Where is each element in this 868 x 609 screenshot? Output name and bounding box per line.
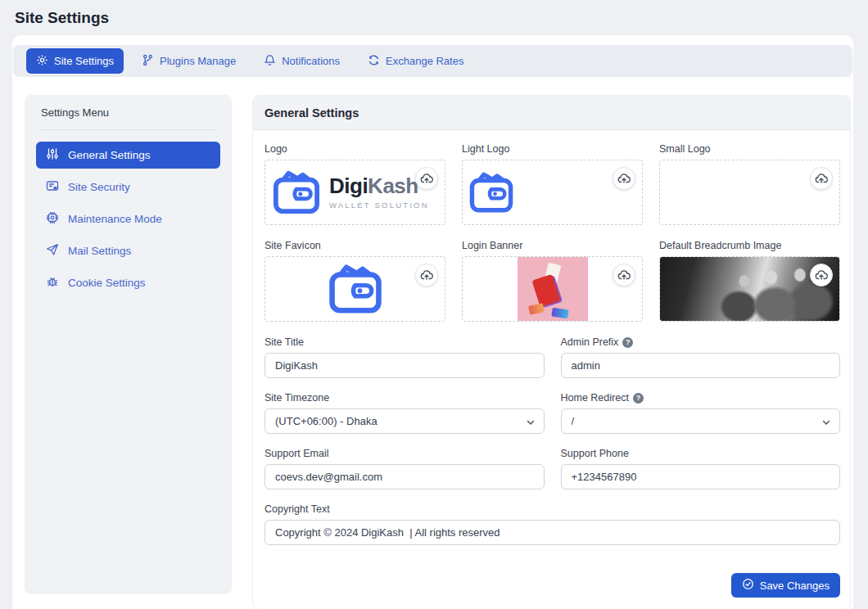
- bug-icon: [46, 275, 59, 291]
- card-header: General Settings: [253, 96, 850, 130]
- field-label: Site Title: [264, 336, 304, 348]
- chip-icon: [46, 211, 59, 227]
- sliders-icon: [46, 147, 59, 163]
- small-logo-upload-box[interactable]: [659, 160, 840, 225]
- sidebar-item-site-security[interactable]: Site Security: [36, 174, 220, 201]
- upload-group-logo: Logo DigiKash WALLET SOLUTION: [264, 143, 445, 225]
- save-row: Save Changes: [264, 573, 840, 598]
- field-label: Light Logo: [462, 143, 643, 155]
- upload-row-1: Logo DigiKash WALLET SOLUTION: [264, 143, 840, 225]
- settings-menu-sidebar: Settings Menu General Settings Site Secu…: [25, 95, 232, 594]
- security-list-icon: [46, 179, 59, 195]
- sidebar-item-label: Maintenance Mode: [68, 213, 162, 225]
- favicon-upload-box[interactable]: [264, 256, 445, 322]
- sidebar-item-general-settings[interactable]: General Settings: [36, 142, 220, 169]
- sidebar-item-mail-settings[interactable]: Mail Settings: [36, 237, 220, 264]
- home-redirect-select[interactable]: [561, 408, 841, 434]
- admin-prefix-input[interactable]: [561, 353, 841, 378]
- help-icon[interactable]: ?: [633, 393, 644, 404]
- upload-cloud-icon[interactable]: [613, 264, 635, 286]
- tab-label: Plugins Manage: [160, 55, 236, 67]
- field-label: Home Redirect: [561, 392, 629, 404]
- field-label: Support Phone: [561, 448, 629, 459]
- sidebar-item-label: General Settings: [68, 149, 151, 161]
- card-title: General Settings: [264, 106, 359, 120]
- upload-cloud-icon[interactable]: [415, 264, 438, 286]
- upload-cloud-icon[interactable]: [415, 167, 438, 190]
- upload-group-small-logo: Small Logo: [659, 143, 840, 225]
- site-title-input[interactable]: [264, 353, 545, 378]
- upload-group-favicon: Site Favicon: [264, 240, 445, 322]
- field-copyright-text: Copyright Text: [264, 503, 840, 545]
- tab-plugins-manage[interactable]: Plugins Manage: [132, 48, 246, 74]
- field-label: Admin Prefix: [561, 336, 619, 348]
- git-branch-icon: [142, 54, 154, 69]
- field-support-email: Support Email: [264, 448, 545, 489]
- breadcrumb-image-upload-box[interactable]: [659, 256, 840, 322]
- support-email-input[interactable]: [264, 464, 545, 489]
- field-label: Small Logo: [659, 143, 840, 155]
- brand-part2: Kash: [368, 174, 418, 198]
- field-label: Site Timezone: [264, 392, 329, 404]
- upload-cloud-icon[interactable]: [613, 167, 635, 190]
- sidebar-item-maintenance-mode[interactable]: Maintenance Mode: [36, 205, 220, 232]
- general-settings-card: General Settings Logo DigiKash WALLET SO…: [252, 95, 851, 609]
- tab-site-settings[interactable]: Site Settings: [26, 48, 124, 74]
- settings-menu: General Settings Site Security Maintenan…: [25, 142, 232, 296]
- field-label: Site Favicon: [264, 240, 445, 251]
- wallet-logo-icon: [270, 169, 323, 216]
- sidebar-item-label: Site Security: [68, 181, 130, 193]
- field-label: Logo: [264, 143, 445, 155]
- bell-icon: [264, 54, 276, 69]
- wallet-logo-icon: [468, 169, 515, 216]
- login-banner-upload-box[interactable]: [462, 256, 643, 322]
- upload-cloud-icon[interactable]: [810, 264, 833, 286]
- sidebar-title: Settings Menu: [25, 106, 232, 119]
- tab-label: Exchange Rates: [386, 55, 463, 67]
- tab-label: Site Settings: [54, 55, 114, 67]
- brand-text: DigiKash WALLET SOLUTION: [329, 175, 429, 210]
- wallet-logo-icon: [327, 260, 384, 318]
- field-label: Default Breadcrumb Image: [659, 240, 840, 251]
- exchange-icon: [368, 54, 380, 69]
- field-label: Login Banner: [462, 240, 643, 251]
- tab-bar: Site Settings Plugins Manage Notificatio…: [13, 45, 852, 77]
- sidebar-item-label: Mail Settings: [68, 245, 131, 257]
- field-site-title: Site Title: [264, 336, 545, 378]
- gear-icon: [36, 54, 48, 69]
- logo-upload-box[interactable]: DigiKash WALLET SOLUTION: [264, 160, 445, 225]
- save-button-label: Save Changes: [760, 580, 830, 592]
- field-support-phone: Support Phone: [561, 448, 841, 489]
- tab-label: Notifications: [282, 55, 340, 67]
- check-circle-icon: [742, 578, 754, 593]
- site-timezone-select[interactable]: [264, 408, 545, 434]
- tab-notifications[interactable]: Notifications: [254, 48, 350, 74]
- upload-row-2: Site Favicon Login Banner: [264, 240, 840, 322]
- field-label: Copyright Text: [264, 503, 330, 515]
- copyright-text-input[interactable]: [264, 520, 840, 545]
- content-container: Site Settings Plugins Manage Notificatio…: [12, 35, 853, 609]
- paper-plane-icon: [46, 243, 59, 259]
- divider: [38, 129, 219, 130]
- upload-cloud-icon[interactable]: [810, 167, 833, 190]
- upload-group-breadcrumb-image: Default Breadcrumb Image: [659, 240, 840, 322]
- settings-form: Site Title Admin Prefix? Site Timezone: [264, 336, 840, 559]
- save-changes-button[interactable]: Save Changes: [731, 573, 840, 598]
- field-admin-prefix: Admin Prefix?: [561, 336, 841, 378]
- tab-exchange-rates[interactable]: Exchange Rates: [358, 48, 473, 74]
- brand-tagline: WALLET SOLUTION: [329, 201, 429, 210]
- page-title: Site Settings: [15, 9, 868, 27]
- field-label: Support Email: [264, 448, 329, 459]
- login-banner-image: [518, 257, 588, 321]
- support-phone-input[interactable]: [561, 464, 841, 489]
- field-home-redirect: Home Redirect?: [561, 392, 841, 434]
- sidebar-item-label: Cookie Settings: [68, 277, 146, 289]
- field-site-timezone: Site Timezone: [264, 392, 545, 434]
- card-body: Logo DigiKash WALLET SOLUTION: [253, 130, 850, 609]
- upload-group-light-logo: Light Logo: [462, 143, 643, 225]
- brand-part1: Digi: [329, 174, 368, 198]
- sidebar-item-cookie-settings[interactable]: Cookie Settings: [36, 269, 220, 296]
- help-icon[interactable]: ?: [622, 337, 633, 348]
- upload-group-login-banner: Login Banner: [462, 240, 643, 322]
- light-logo-upload-box[interactable]: [462, 160, 643, 225]
